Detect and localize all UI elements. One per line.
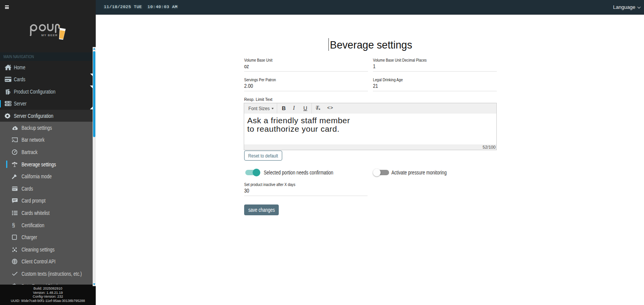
svg-text:MY BEER: MY BEER [42, 34, 58, 37]
